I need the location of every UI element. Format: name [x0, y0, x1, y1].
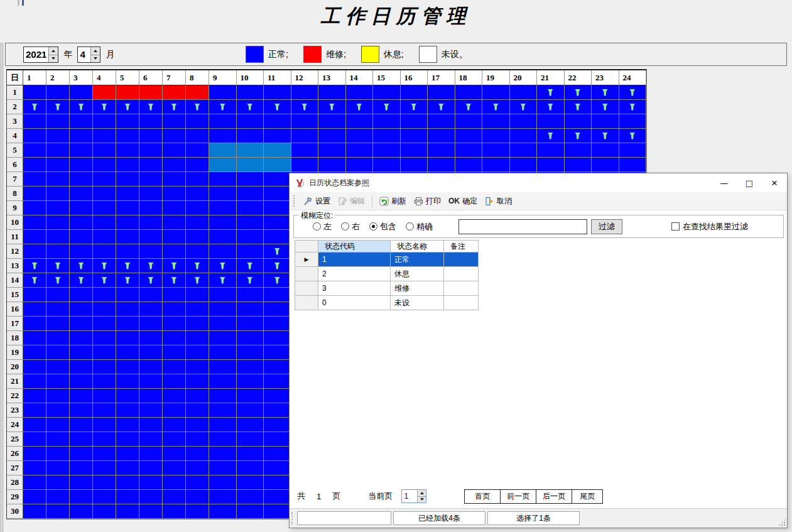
calendar-cell[interactable]: [264, 259, 291, 273]
calendar-cell[interactable]: [237, 187, 264, 201]
calendar-cell[interactable]: [46, 230, 70, 244]
calendar-cell[interactable]: [70, 345, 93, 360]
calendar-cell[interactable]: [70, 288, 93, 302]
minimize-button[interactable]: —: [712, 173, 737, 192]
current-page-value[interactable]: 1: [402, 490, 417, 502]
calendar-cell[interactable]: [318, 85, 346, 100]
calendar-cell[interactable]: [116, 187, 139, 201]
calendar-cell[interactable]: [116, 345, 139, 360]
calendar-row-header[interactable]: 28: [7, 475, 23, 490]
calendar-cell[interactable]: [139, 461, 163, 475]
calendar-column-header[interactable]: 11: [264, 70, 291, 85]
calendar-row-header[interactable]: 26: [7, 447, 23, 461]
calendar-cell[interactable]: [264, 129, 291, 143]
calendar-row-header[interactable]: 16: [7, 302, 23, 317]
calendar-cell[interactable]: [93, 418, 116, 432]
column-header-note[interactable]: 备注: [444, 240, 479, 252]
calendar-cell[interactable]: [46, 331, 70, 345]
calendar-cell[interactable]: [139, 230, 163, 244]
calendar-cell[interactable]: [70, 360, 93, 374]
calendar-cell[interactable]: [401, 100, 428, 114]
calendar-cell[interactable]: [163, 418, 186, 432]
calendar-column-header[interactable]: 14: [346, 70, 374, 85]
calendar-cell[interactable]: [70, 432, 93, 447]
calendar-cell[interactable]: [46, 432, 70, 447]
calendar-cell[interactable]: [70, 85, 93, 100]
calendar-cell[interactable]: [116, 418, 139, 432]
calendar-cell[interactable]: [93, 114, 116, 129]
calendar-column-header[interactable]: 6: [139, 70, 163, 85]
calendar-cell[interactable]: [373, 143, 401, 158]
calendar-row-header[interactable]: 17: [7, 317, 23, 331]
checkbox-icon[interactable]: [671, 222, 680, 231]
calendar-cell[interactable]: [264, 345, 291, 360]
calendar-cell[interactable]: [186, 100, 209, 114]
calendar-cell[interactable]: [46, 490, 70, 504]
calendar-cell[interactable]: [93, 432, 116, 447]
filter-in-results-checkbox[interactable]: 在查找结果里过滤: [671, 221, 748, 232]
calendar-cell[interactable]: [209, 461, 237, 475]
calendar-cell[interactable]: [93, 187, 116, 201]
calendar-cell[interactable]: [93, 259, 116, 273]
calendar-cell[interactable]: [209, 288, 237, 302]
calendar-cell[interactable]: [46, 114, 70, 129]
calendar-row-header[interactable]: 21: [7, 374, 23, 389]
calendar-cell[interactable]: [209, 403, 237, 418]
calendar-cell[interactable]: [163, 447, 186, 461]
search-input[interactable]: [458, 219, 587, 234]
calendar-cell[interactable]: [23, 288, 46, 302]
calendar-cell[interactable]: [537, 143, 565, 158]
calendar-cell[interactable]: [116, 403, 139, 418]
calendar-cell[interactable]: [46, 504, 70, 519]
calendar-cell[interactable]: [23, 201, 46, 215]
calendar-cell[interactable]: [186, 201, 209, 215]
calendar-cell[interactable]: [264, 230, 291, 244]
calendar-cell[interactable]: [46, 418, 70, 432]
calendar-cell[interactable]: [237, 374, 264, 389]
calendar-cell[interactable]: [23, 345, 46, 360]
calendar-cell[interactable]: [70, 187, 93, 201]
calendar-cell[interactable]: [291, 85, 319, 100]
page-down-button[interactable]: [418, 497, 426, 503]
calendar-row-header[interactable]: 24: [7, 418, 23, 432]
calendar-cell[interactable]: [93, 172, 116, 187]
calendar-cell[interactable]: [23, 504, 46, 519]
calendar-cell[interactable]: [209, 389, 237, 403]
calendar-cell[interactable]: [209, 345, 237, 360]
calendar-cell[interactable]: [23, 432, 46, 447]
calendar-cell[interactable]: [237, 201, 264, 215]
calendar-column-header[interactable]: 16: [401, 70, 428, 85]
calendar-cell[interactable]: [619, 85, 647, 100]
calendar-row-header[interactable]: 10: [7, 215, 23, 230]
calendar-cell[interactable]: [346, 143, 374, 158]
calendar-cell[interactable]: [264, 302, 291, 317]
calendar-cell[interactable]: [237, 331, 264, 345]
calendar-cell[interactable]: [455, 85, 483, 100]
calendar-cell[interactable]: [373, 100, 401, 114]
calendar-cell[interactable]: [592, 143, 619, 158]
calendar-cell[interactable]: [264, 490, 291, 504]
calendar-row-header[interactable]: 2: [7, 100, 23, 114]
calendar-cell[interactable]: [482, 85, 510, 100]
table-row[interactable]: 0未设: [295, 296, 479, 310]
calendar-cell[interactable]: [139, 244, 163, 259]
calendar-column-header[interactable]: 19: [482, 70, 510, 85]
calendar-cell[interactable]: [116, 447, 139, 461]
calendar-cell[interactable]: [163, 475, 186, 490]
calendar-cell[interactable]: [93, 331, 116, 345]
month-stepper[interactable]: 4: [77, 46, 100, 63]
row-selector-cell[interactable]: ▶: [295, 252, 318, 267]
calendar-cell[interactable]: [264, 100, 291, 114]
calendar-cell[interactable]: [46, 447, 70, 461]
year-value[interactable]: 2021: [24, 47, 48, 62]
calendar-cell[interactable]: [23, 331, 46, 345]
calendar-cell[interactable]: [318, 129, 346, 143]
calendar-cell[interactable]: [163, 490, 186, 504]
calendar-cell[interactable]: [455, 129, 483, 143]
calendar-cell[interactable]: [186, 345, 209, 360]
calendar-cell[interactable]: [186, 331, 209, 345]
current-page-stepper[interactable]: 1: [401, 489, 426, 503]
calendar-cell[interactable]: [139, 475, 163, 490]
calendar-cell[interactable]: [93, 345, 116, 360]
calendar-cell[interactable]: [139, 418, 163, 432]
